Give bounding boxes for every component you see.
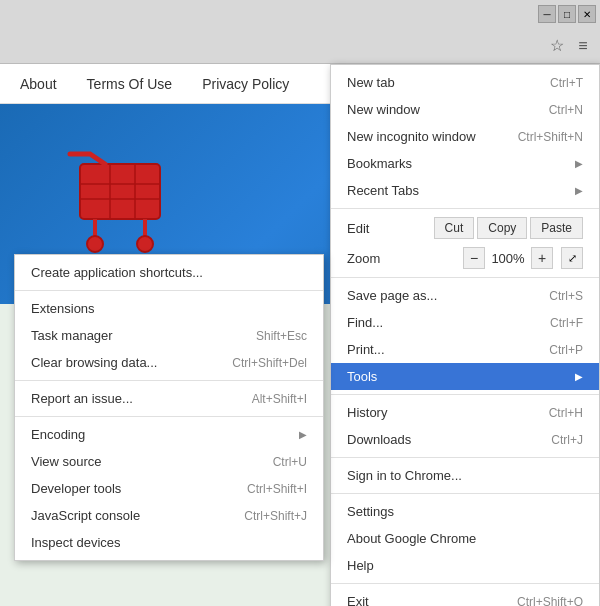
menu-recent-tabs[interactable]: Recent Tabs ▶ [331,177,599,204]
chrome-menu: New tab Ctrl+T New window Ctrl+N New inc… [330,64,600,606]
tools-create-shortcuts[interactable]: Create application shortcuts... [15,259,323,286]
menu-tools[interactable]: Tools ▶ [331,363,599,390]
menu-section-page: Save page as... Ctrl+S Find... Ctrl+F Pr… [331,278,599,395]
svg-rect-0 [80,164,160,219]
tools-section-1: Create application shortcuts... [15,255,323,291]
tools-clear-browsing[interactable]: Clear browsing data... Ctrl+Shift+Del [15,349,323,376]
menu-section-history: History Ctrl+H Downloads Ctrl+J [331,395,599,458]
chrome-menu-icon[interactable]: ≡ [572,35,594,57]
svg-point-3 [87,236,103,252]
zoom-out-button[interactable]: − [463,247,485,269]
menu-new-window[interactable]: New window Ctrl+N [331,96,599,123]
menu-bookmarks[interactable]: Bookmarks ▶ [331,150,599,177]
title-bar: ─ □ ✕ [0,0,600,28]
tools-inspect-devices[interactable]: Inspect devices [15,529,323,556]
menu-new-incognito[interactable]: New incognito window Ctrl+Shift+N [331,123,599,150]
menu-section-exit: Exit Ctrl+Shift+Q [331,584,599,606]
edit-row: Edit Cut Copy Paste [331,213,599,243]
menu-save-page[interactable]: Save page as... Ctrl+S [331,282,599,309]
tools-extensions[interactable]: Extensions [15,295,323,322]
tools-section-3: Report an issue... Alt+Shift+I [15,381,323,417]
menu-section-new: New tab Ctrl+T New window Ctrl+N New inc… [331,65,599,209]
edit-label: Edit [347,221,431,236]
cut-button[interactable]: Cut [434,217,475,239]
tools-section-2: Extensions Task manager Shift+Esc Clear … [15,291,323,381]
menu-section-edit: Edit Cut Copy Paste Zoom − 100% + ⤢ [331,209,599,278]
menu-new-tab[interactable]: New tab Ctrl+T [331,69,599,96]
title-bar-buttons: ─ □ ✕ [538,5,596,23]
menu-exit[interactable]: Exit Ctrl+Shift+Q [331,588,599,606]
zoom-controls: − 100% + ⤢ [463,247,583,269]
zoom-row: Zoom − 100% + ⤢ [331,243,599,273]
tools-report-issue[interactable]: Report an issue... Alt+Shift+I [15,385,323,412]
menu-signin[interactable]: Sign in to Chrome... [331,462,599,489]
menu-find[interactable]: Find... Ctrl+F [331,309,599,336]
zoom-value: 100% [489,251,527,266]
menu-downloads[interactable]: Downloads Ctrl+J [331,426,599,453]
tools-encoding[interactable]: Encoding ▶ [15,421,323,448]
browser-frame: ─ □ ✕ ☆ ≡ About Terms Of Use Privacy Pol… [0,0,600,606]
tools-task-manager[interactable]: Task manager Shift+Esc [15,322,323,349]
zoom-in-button[interactable]: + [531,247,553,269]
menu-about[interactable]: About Google Chrome [331,525,599,552]
menu-section-signin: Sign in to Chrome... [331,458,599,494]
tools-section-4: Encoding ▶ View source Ctrl+U Developer … [15,417,323,560]
menu-history[interactable]: History Ctrl+H [331,399,599,426]
paste-button[interactable]: Paste [530,217,583,239]
tools-developer-tools[interactable]: Developer tools Ctrl+Shift+I [15,475,323,502]
tools-javascript-console[interactable]: JavaScript console Ctrl+Shift+J [15,502,323,529]
nav-privacy: Privacy Policy [202,76,289,92]
menu-print[interactable]: Print... Ctrl+P [331,336,599,363]
tools-submenu: Create application shortcuts... Extensio… [14,254,324,561]
copy-button[interactable]: Copy [477,217,527,239]
maximize-button[interactable]: □ [558,5,576,23]
svg-point-4 [137,236,153,252]
close-button[interactable]: ✕ [578,5,596,23]
zoom-label: Zoom [347,251,463,266]
nav-terms: Terms Of Use [87,76,173,92]
minimize-button[interactable]: ─ [538,5,556,23]
menu-section-settings: Settings About Google Chrome Help [331,494,599,584]
nav-about: About [20,76,57,92]
menu-settings[interactable]: Settings [331,498,599,525]
bookmark-star-icon[interactable]: ☆ [546,35,568,57]
tools-view-source[interactable]: View source Ctrl+U [15,448,323,475]
menu-help[interactable]: Help [331,552,599,579]
fullscreen-button[interactable]: ⤢ [561,247,583,269]
browser-toolbar: ☆ ≡ [0,28,600,64]
